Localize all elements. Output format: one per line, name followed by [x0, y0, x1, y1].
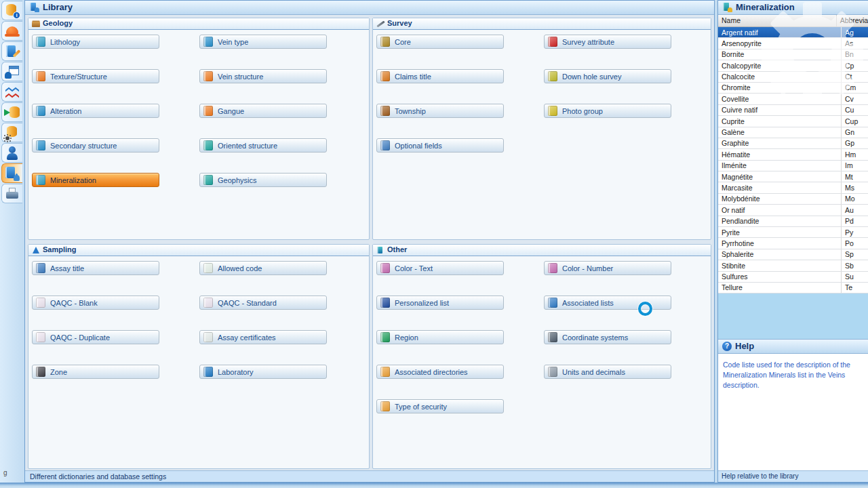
table-row[interactable]: Cuivre natifCu: [718, 105, 868, 116]
table-row[interactable]: PyritePy: [718, 227, 868, 238]
mineral-abbreviation-cell: Sp: [842, 249, 868, 260]
core-button[interactable]: Core: [376, 35, 504, 49]
mineralization-book-icon: [36, 175, 45, 185]
assay-certificates-button[interactable]: Assay certificates: [199, 330, 327, 344]
table-row[interactable]: Or natifAu: [718, 205, 868, 216]
sidebar-tab-book-edit[interactable]: [1, 41, 22, 61]
alteration-button[interactable]: Alteration: [32, 104, 159, 118]
down-hole-survey-button[interactable]: Down hole survey: [544, 69, 671, 83]
button-label: QAQC - Duplicate: [50, 333, 110, 342]
table-row[interactable]: TellureTe: [718, 283, 868, 293]
mineral-name-cell: Bornite: [718, 49, 842, 60]
table-row[interactable]: Argent natifAg: [718, 27, 868, 38]
mineral-abbreviation-cell: Mo: [842, 194, 868, 204]
qaqc-standard-button[interactable]: QAQC - Standard: [199, 296, 327, 310]
gangue-button[interactable]: Gangue: [199, 104, 327, 118]
table-row[interactable]: StibniteSb: [718, 260, 868, 271]
sidebar-tab-printer[interactable]: [1, 184, 22, 203]
township-book-icon: [380, 106, 390, 116]
texture-structure-button[interactable]: Texture/Structure: [32, 69, 159, 83]
column-header-name[interactable]: Name: [718, 15, 837, 26]
type-of-security-button[interactable]: Type of security: [376, 399, 504, 413]
mineral-name-cell: Stibnite: [718, 260, 842, 270]
region-button[interactable]: Region: [376, 330, 504, 344]
table-row[interactable]: ArsenopyriteAs: [718, 38, 868, 49]
table-row[interactable]: MagnétiteMt: [718, 171, 868, 182]
oriented-structure-button[interactable]: Oriented structure: [199, 138, 327, 152]
printer-icon: [4, 186, 20, 202]
table-row[interactable]: PendlanditePd: [718, 216, 868, 227]
laboratory-flask-icon: [203, 367, 213, 377]
mineral-abbreviation-cell: Ag: [842, 27, 868, 37]
library-status-text: Different dictionaries and database sett…: [25, 471, 714, 481]
lithology-button[interactable]: Lithology: [32, 35, 159, 49]
table-row[interactable]: PyrrhotinePo: [718, 238, 868, 249]
button-label: Assay certificates: [218, 333, 276, 342]
assay-title-button[interactable]: Assay title: [32, 261, 159, 275]
column-header-abbreviation[interactable]: Abbreviation: [837, 15, 868, 26]
sidebar-tab-hardhat[interactable]: [1, 21, 22, 41]
secondary-structure-button[interactable]: Secondary structure: [32, 138, 159, 152]
sidebar-tab-database-info[interactable]: [1, 1, 22, 20]
vein-structure-button[interactable]: Vein structure: [199, 69, 327, 83]
color-number-button[interactable]: Color - Number: [544, 261, 671, 275]
qaqc-duplicate-button[interactable]: QAQC - Duplicate: [32, 330, 159, 344]
sidebar-tab-library[interactable]: [1, 163, 22, 183]
mineral-name-cell: Chromite: [718, 83, 842, 93]
assay-certificates-icon: [203, 332, 213, 342]
table-row[interactable]: BorniteBn: [718, 49, 868, 60]
table-row[interactable]: ChalcopyriteCp: [718, 60, 868, 71]
mineral-name-cell: Magnétite: [718, 171, 842, 182]
vein-type-button[interactable]: Vein type: [199, 35, 327, 49]
survey-attribute-button[interactable]: Survey attribute: [544, 35, 671, 49]
table-row[interactable]: HématiteHm: [718, 149, 868, 160]
sidebar-tab-user[interactable]: [1, 143, 22, 163]
personalized-list-button[interactable]: Personalized list: [376, 296, 504, 310]
group-sampling-header: Sampling: [28, 245, 369, 256]
button-label: Coordinate systems: [562, 333, 628, 342]
table-row[interactable]: CovelliteCv: [718, 94, 868, 104]
geophysics-button[interactable]: Geophysics: [199, 173, 327, 187]
group-geology: Geology LithologyVein typeTexture/Struct…: [28, 18, 370, 240]
table-row[interactable]: MarcasiteMs: [718, 182, 868, 193]
coordinate-systems-button[interactable]: Coordinate systems: [544, 330, 671, 344]
sidebar-tab-person-form[interactable]: [1, 62, 22, 81]
mineral-table-body: Argent natifAgArsenopyriteAsBorniteBnCha…: [718, 27, 868, 293]
mineralization-button[interactable]: Mineralization: [32, 173, 159, 187]
qaqc-standard-chart-icon: [203, 298, 213, 308]
mineral-name-cell: Covellite: [718, 94, 842, 104]
table-row[interactable]: ChalcociteCt: [718, 72, 868, 83]
claims-title-button[interactable]: Claims title: [376, 69, 504, 83]
mineral-abbreviation-cell: Sb: [842, 260, 868, 270]
help-status-text: Help relative to the library: [718, 471, 868, 480]
library-titlebar: Library: [25, 1, 714, 15]
qaqc-blank-button[interactable]: QAQC - Blank: [32, 296, 159, 310]
table-row[interactable]: CupriteCup: [718, 116, 868, 127]
vein-type-book-icon: [203, 37, 213, 47]
associated-directories-folder-icon: [380, 367, 390, 377]
laboratory-button[interactable]: Laboratory: [199, 365, 327, 379]
associated-directories-button[interactable]: Associated directories: [376, 365, 504, 379]
group-other-header: Other: [373, 245, 711, 256]
group-sampling: Sampling Assay titleAllowed codeQAQC - B…: [28, 244, 370, 469]
photo-group-button[interactable]: Photo group: [544, 104, 671, 118]
sidebar-tab-database-import[interactable]: [1, 102, 22, 122]
sidebar-tab-database-gear[interactable]: [1, 123, 22, 142]
table-row[interactable]: GraphiteGp: [718, 138, 868, 149]
table-row[interactable]: SphaleriteSp: [718, 249, 868, 260]
allowed-code-button[interactable]: Allowed code: [199, 261, 327, 275]
table-row[interactable]: SulfuresSu: [718, 272, 868, 283]
table-row[interactable]: GalèneGn: [718, 127, 868, 138]
mineral-abbreviation-cell: Te: [842, 283, 868, 293]
mineral-name-cell: Sphalerite: [718, 249, 842, 260]
mineral-abbreviation-cell: Pd: [842, 216, 868, 226]
zone-button[interactable]: Zone: [32, 365, 159, 379]
table-row[interactable]: MolybdéniteMo: [718, 194, 868, 205]
optional-fields-button[interactable]: Optional fields: [376, 138, 504, 152]
sidebar-tab-curves[interactable]: [1, 82, 22, 102]
table-row[interactable]: IlméniteIm: [718, 161, 868, 171]
units-and-decimals-button[interactable]: Units and decimals: [544, 365, 671, 379]
table-row[interactable]: ChromiteCm: [718, 83, 868, 94]
color-text-button[interactable]: Color - Text: [376, 261, 504, 275]
township-button[interactable]: Township: [376, 104, 504, 118]
